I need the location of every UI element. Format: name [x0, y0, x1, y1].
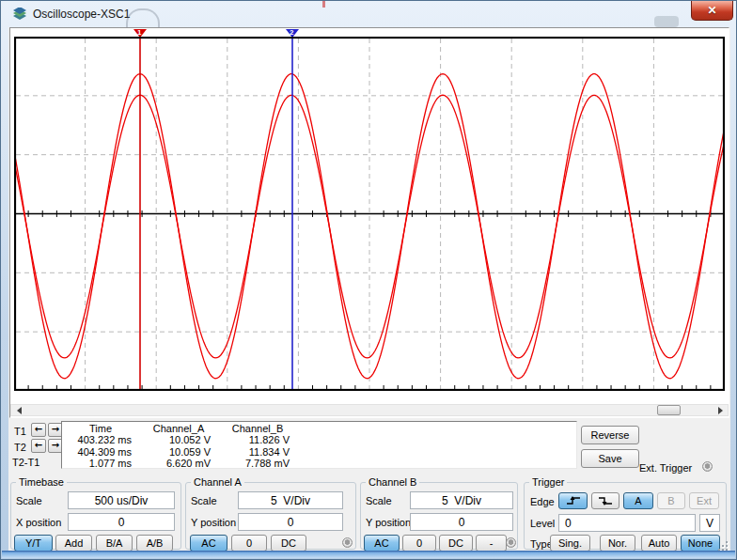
t2t1-label: T2-T1	[12, 457, 39, 468]
column-header-channel-b: Channel_B	[218, 423, 297, 434]
trigger-level-label: Level	[530, 518, 555, 529]
channel-a-ypos-label: Y position	[191, 517, 236, 528]
channel-b-caption: Channel B	[366, 476, 419, 488]
trigger-type-sing-button[interactable]: Sing.	[550, 535, 590, 552]
channel-b-zero-button[interactable]: 0	[402, 535, 436, 552]
trigger-type-none-button[interactable]: None	[681, 535, 720, 552]
channel-a-ac-button[interactable]: AC	[190, 535, 227, 552]
channel-b-minus-button[interactable]: -	[476, 535, 507, 552]
timebase-caption: Timebase	[16, 476, 67, 488]
ext-trigger-label: Ext. Trigger	[639, 462, 692, 474]
left-arrow-icon: ←	[35, 424, 42, 434]
channel-a-connector-icon[interactable]	[342, 537, 353, 548]
t2-channel-a-value: 10.059 V	[139, 446, 218, 458]
t2-left-arrow-button[interactable]: ←	[31, 439, 46, 453]
close-icon: ✕	[707, 4, 716, 17]
scope-display-panel: 1 2	[9, 27, 729, 418]
aero-reflection	[322, 1, 325, 8]
trigger-rising-edge-button[interactable]	[558, 492, 588, 509]
channel-b-scale-input[interactable]	[410, 491, 513, 509]
t1-label: T1	[14, 426, 26, 437]
right-arrow-icon: →	[52, 440, 59, 450]
timebase-yt-button[interactable]: Y/T	[14, 535, 53, 552]
t2-channel-b-value: 11.834 V	[218, 446, 297, 458]
channel-a-ypos-input[interactable]	[238, 513, 343, 531]
trigger-level-unit-box[interactable]	[699, 514, 720, 532]
t1-left-arrow-button[interactable]: ←	[31, 423, 46, 437]
falling-edge-icon	[598, 495, 613, 506]
close-button[interactable]: ✕	[691, 1, 733, 21]
rising-edge-icon	[566, 495, 581, 506]
t2-marker-number: 2	[290, 29, 293, 37]
t1-channel-a-value: 10.052 V	[139, 434, 218, 445]
channel-a-group: Channel A Scale Y position AC 0 DC	[185, 482, 356, 550]
measurement-readout: Time Channel_A Channel_B 403.232 ms 10.0…	[61, 421, 577, 469]
timebase-add-button[interactable]: Add	[55, 535, 92, 552]
timebase-ba-button[interactable]: B/A	[96, 535, 133, 552]
window-bottom-frame	[2, 551, 735, 558]
waveform-svg	[14, 37, 725, 391]
channel-a-zero-button[interactable]: 0	[231, 535, 267, 552]
t2-time-value: 404.309 ms	[62, 446, 139, 458]
timebase-scale-label: Scale	[16, 495, 42, 506]
trigger-source-ext-button[interactable]: Ext	[689, 492, 719, 509]
t1-marker-number: 1	[137, 29, 141, 37]
oscilloscope-window: Oscilloscope-XSC1 ✕ 1 2 T1 ← → T2 ← → T2…	[0, 0, 737, 560]
channel-a-caption: Channel A	[191, 476, 244, 488]
scrollbar-right-arrow-icon[interactable]	[713, 405, 727, 415]
trigger-group: Trigger Edge A B Ext Level Type Sing	[524, 482, 727, 550]
t2-label: T2	[14, 442, 26, 453]
timebase-xpos-label: X position	[16, 517, 61, 528]
trigger-source-b-button[interactable]: B	[657, 492, 685, 509]
trigger-source-a-button[interactable]: A	[623, 492, 653, 509]
t1-channel-b-value: 11.826 V	[218, 434, 297, 445]
reverse-button[interactable]: Reverse	[581, 426, 639, 444]
aero-reflection	[654, 16, 679, 27]
timebase-scale-input[interactable]	[68, 491, 175, 509]
title-bar[interactable]: Oscilloscope-XSC1 ✕	[1, 1, 736, 27]
timebase-ab-button[interactable]: A/B	[136, 535, 173, 552]
t2t1-time-value: 1.077 ms	[62, 458, 139, 469]
channel-a-scale-label: Scale	[191, 495, 217, 506]
column-header-time: Time	[62, 423, 139, 434]
t2t1-channel-b-value: 7.788 mV	[218, 458, 297, 469]
channel-b-group: Channel B Scale Y position AC 0 DC -	[360, 482, 518, 550]
t2t1-channel-a-value: 6.620 mV	[139, 458, 218, 469]
left-arrow-icon: ←	[35, 440, 42, 450]
timebase-group: Timebase Scale X position Y/T Add B/A A/…	[10, 482, 181, 550]
scrollbar-thumb[interactable]	[657, 405, 681, 415]
channel-b-dc-button[interactable]: DC	[439, 535, 473, 552]
save-button[interactable]: Save	[581, 449, 639, 468]
trigger-level-input[interactable]	[558, 514, 696, 532]
app-icon	[12, 8, 27, 21]
channel-b-ypos-label: Y position	[366, 517, 411, 528]
channel-b-scale-label: Scale	[366, 495, 392, 506]
scrollbar-left-arrow-icon[interactable]	[12, 405, 25, 415]
channel-b-ypos-input[interactable]	[410, 513, 513, 531]
ext-trigger-connector-icon[interactable]	[702, 461, 713, 472]
channel-a-dc-button[interactable]: DC	[271, 535, 306, 552]
right-arrow-icon: →	[52, 424, 59, 434]
column-header-channel-a: Channel_A	[139, 423, 218, 434]
channel-b-connector-icon[interactable]	[506, 537, 516, 548]
channel-b-ac-button[interactable]: AC	[364, 535, 400, 552]
trigger-caption: Trigger	[529, 476, 567, 488]
trigger-type-auto-button[interactable]: Auto	[641, 535, 677, 552]
t1-time-value: 403.232 ms	[62, 434, 139, 445]
horizontal-scrollbar[interactable]	[10, 404, 729, 416]
client-area: 1 2 T1 ← → T2 ← → T2-T1 Time Channel_A C…	[8, 27, 730, 553]
trigger-edge-label: Edge	[530, 496, 555, 507]
channel-a-scale-input[interactable]	[238, 491, 343, 509]
timebase-xpos-input[interactable]	[68, 513, 175, 531]
window-title: Oscilloscope-XSC1	[33, 8, 130, 21]
trigger-falling-edge-button[interactable]	[591, 492, 619, 509]
trigger-type-nor-button[interactable]: Nor.	[600, 535, 635, 552]
